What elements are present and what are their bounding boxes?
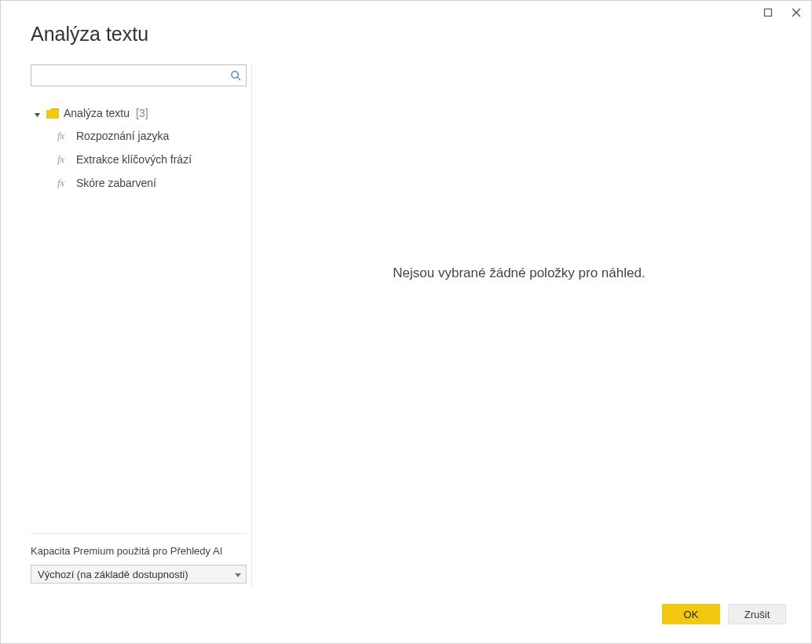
ok-button[interactable]: OK <box>662 604 720 624</box>
capacity-label: Kapacita Premium použitá pro Přehledy AI <box>31 545 247 557</box>
restore-icon <box>763 8 773 17</box>
window-restore-button[interactable] <box>761 5 775 20</box>
preview-pane: Nejsou vybrané žádné položky pro náhled. <box>252 64 786 587</box>
function-tree: Analýza textu [3] fx Rozpoznání jazyka f… <box>31 102 247 533</box>
dialog-body: Analýza textu [3] fx Rozpoznání jazyka f… <box>31 64 786 587</box>
tree-children: fx Rozpoznání jazyka fx Extrakce klíčový… <box>57 124 247 195</box>
capacity-select[interactable]: Výchozí (na základě dostupnosti) <box>31 565 247 584</box>
dialog-footer: OK Zrušit <box>31 587 786 624</box>
svg-line-4 <box>237 77 240 80</box>
svg-rect-6 <box>46 110 59 119</box>
tree-item-sentiment-score[interactable]: fx Skóre zabarvení <box>57 171 247 195</box>
fx-icon: fx <box>57 153 70 166</box>
window-controls <box>761 5 803 20</box>
capacity-section: Kapacita Premium použitá pro Přehledy AI… <box>31 533 247 587</box>
svg-marker-7 <box>235 573 241 577</box>
search-input[interactable] <box>31 70 225 82</box>
svg-rect-0 <box>765 9 772 16</box>
svg-point-3 <box>231 71 237 77</box>
preview-empty-message: Nejsou vybrané žádné položky pro náhled. <box>393 265 645 281</box>
fx-icon: fx <box>57 130 70 142</box>
tree-folder-count: [3] <box>136 107 148 119</box>
fx-icon: fx <box>57 177 70 189</box>
close-icon <box>792 8 801 17</box>
capacity-selected-value: Výchozí (na základě dostupnosti) <box>38 569 188 580</box>
tree-item-label: Skóre zabarvení <box>76 177 156 189</box>
tree-item-label: Extrakce klíčových frází <box>76 153 192 166</box>
window-close-button[interactable] <box>789 5 803 20</box>
chevron-down-icon <box>235 569 241 580</box>
caret-down-icon <box>34 109 42 117</box>
tree-item-key-phrases[interactable]: fx Extrakce klíčových frází <box>57 148 247 171</box>
svg-marker-5 <box>35 113 40 117</box>
cancel-button[interactable]: Zrušit <box>728 604 786 624</box>
search-icon[interactable] <box>225 70 246 82</box>
search-box[interactable] <box>31 64 247 86</box>
dialog-title: Analýza textu <box>31 23 786 46</box>
tree-item-label: Rozpoznání jazyka <box>76 130 169 142</box>
folder-icon <box>46 108 59 119</box>
tree-folder-label: Analýza textu <box>64 107 130 119</box>
tree-item-detect-language[interactable]: fx Rozpoznání jazyka <box>57 124 247 148</box>
tree-folder[interactable]: Analýza textu [3] <box>34 102 247 124</box>
left-pane: Analýza textu [3] fx Rozpoznání jazyka f… <box>31 64 252 587</box>
dialog: Analýza textu <box>1 1 811 643</box>
